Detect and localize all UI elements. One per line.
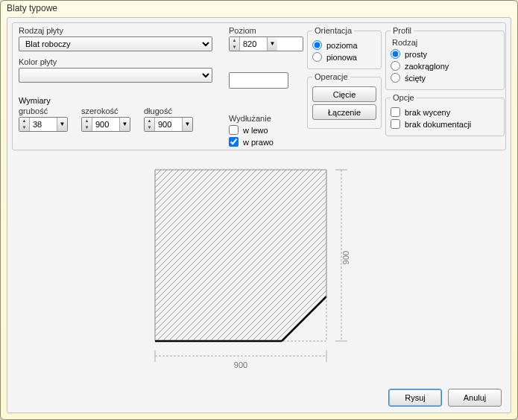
check-brak-wyceny[interactable]: brak wyceny: [391, 107, 499, 117]
content-area: Rodzaj płyty Blat roboczy Kolor płyty Po…: [7, 17, 511, 413]
check-brak-dokumentacji[interactable]: brak dokumentacji: [391, 119, 499, 129]
radio-pozioma[interactable]: pozioma: [312, 40, 376, 50]
button-ciecie[interactable]: Cięcie: [312, 86, 376, 102]
legend-operacje: Operacje: [312, 72, 350, 81]
label-grubosc: grubość: [19, 106, 68, 115]
spin-up-icon[interactable]: ▲: [145, 118, 154, 124]
fieldset-profil: Profil Rodzaj prosty zaokrąglony ścięty: [385, 26, 505, 90]
button-laczenie[interactable]: Łączenie: [312, 104, 376, 120]
bottom-buttons: Rysuj Anuluj: [388, 389, 502, 407]
label-rodzaj-plyty: Rodzaj płyty: [19, 26, 220, 35]
input-szerokosc[interactable]: [92, 118, 119, 131]
label-poziom: Poziom: [229, 26, 303, 35]
radio-zaokraglony[interactable]: zaokrąglony: [391, 61, 499, 71]
panel-wydluzanie: Wydłużanie w lewo w prawo: [229, 114, 274, 149]
spin-down-icon[interactable]: ▼: [230, 44, 239, 51]
dim-vertical: 900: [341, 251, 350, 264]
dropdown-icon[interactable]: ▼: [119, 118, 130, 131]
spinner-szerokosc[interactable]: ▲▼ ▼: [81, 117, 130, 132]
dialog-window: Blaty typowe Rodzaj płyty Blat roboczy K…: [0, 0, 518, 420]
label-wydluzanie: Wydłużanie: [229, 114, 274, 123]
legend-profil: Profil: [391, 26, 414, 35]
radio-prosty[interactable]: prosty: [391, 49, 499, 59]
preview-area: 900 900: [12, 159, 506, 381]
select-kolor-plyty[interactable]: [19, 68, 212, 83]
top-panel: Rodzaj płyty Blat roboczy Kolor płyty Po…: [12, 22, 506, 150]
check-w-lewo[interactable]: w lewo: [229, 125, 274, 135]
label-wymiary: Wymiary: [19, 96, 51, 105]
spin-down-icon[interactable]: ▼: [82, 124, 92, 131]
row-wymiary: grubość ▲▼ ▼ szerokość ▲▼ ▼: [19, 106, 193, 132]
spinner-grubosc[interactable]: ▲▼ ▼: [19, 117, 68, 132]
label-szerokosc: szerokość: [81, 106, 130, 115]
button-anuluj[interactable]: Anuluj: [448, 389, 502, 407]
preview-svg: 900 900: [133, 159, 386, 383]
dropdown-icon[interactable]: ▼: [267, 37, 277, 51]
select-rodzaj-plyty[interactable]: Blat roboczy: [19, 36, 212, 51]
button-rysuj[interactable]: Rysuj: [388, 389, 442, 407]
window-title: Blaty typowe: [7, 3, 57, 13]
input-dlugosc[interactable]: [155, 118, 182, 131]
input-grubosc[interactable]: [30, 118, 57, 131]
color-swatch[interactable]: [229, 72, 288, 89]
legend-opcje: Opcje: [391, 93, 417, 102]
dim-horizontal: 900: [233, 360, 247, 369]
svg-marker-0: [155, 170, 326, 341]
spin-up-icon[interactable]: ▲: [230, 37, 239, 44]
spin-down-icon[interactable]: ▼: [19, 124, 29, 131]
dropdown-icon[interactable]: ▼: [57, 118, 67, 131]
spin-up-icon[interactable]: ▲: [19, 118, 29, 124]
radio-sciety[interactable]: ścięty: [391, 73, 499, 83]
radio-pionowa[interactable]: pionowa: [312, 52, 376, 62]
input-poziom[interactable]: [240, 37, 267, 51]
panel-poziom: Poziom ▲▼ ▼: [229, 26, 303, 89]
spinner-dlugosc[interactable]: ▲▼ ▼: [144, 117, 193, 132]
label-kolor-plyty: Kolor płyty: [19, 57, 220, 66]
panel-profil-opcje: Profil Rodzaj prosty zaokrąglony ścięty: [385, 26, 505, 139]
fieldset-operacje: Operacje Cięcie Łączenie: [307, 72, 382, 129]
spinner-poziom[interactable]: ▲▼ ▼: [229, 36, 303, 51]
panel-orient-oper: Orientacja pozioma pionowa Operacje Cięc…: [307, 26, 382, 132]
spin-down-icon[interactable]: ▼: [145, 124, 154, 131]
label-rodzaj: Rodzaj: [392, 38, 499, 47]
spin-up-icon[interactable]: ▲: [82, 118, 92, 124]
check-w-prawo[interactable]: w prawo: [229, 137, 274, 147]
title-bar: Blaty typowe: [1, 1, 517, 17]
label-dlugosc: długość: [144, 106, 193, 115]
fieldset-opcje: Opcje brak wyceny brak dokumentacji: [385, 93, 505, 136]
panel-plyta: Rodzaj płyty Blat roboczy Kolor płyty: [19, 26, 220, 83]
dropdown-icon[interactable]: ▼: [182, 118, 192, 131]
fieldset-orientacja: Orientacja pozioma pionowa: [307, 26, 382, 69]
legend-orientacja: Orientacja: [312, 26, 354, 35]
